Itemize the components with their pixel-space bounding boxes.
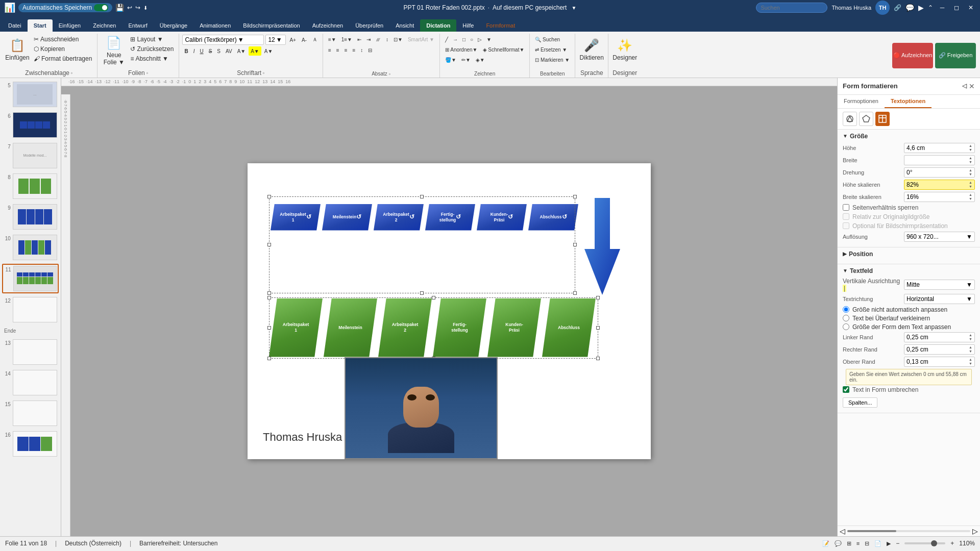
- prop-hoehe-skalieren-input[interactable]: 82% ▲ ▼: [904, 180, 975, 190]
- step-up-icon[interactable]: ▲: [969, 345, 972, 349]
- tab-dictation[interactable]: Dictation: [420, 19, 456, 32]
- handle-mr2[interactable]: [596, 326, 600, 330]
- prop-breite-input[interactable]: ▲ ▼: [904, 155, 975, 165]
- comments-icon[interactable]: 💬: [905, 4, 914, 12]
- strikethrough-btn[interactable]: S: [207, 46, 214, 56]
- handle-br[interactable]: [573, 291, 577, 295]
- prop-textrichtung-dropdown[interactable]: Horizontal ▼: [904, 294, 975, 304]
- list-num-btn[interactable]: 1≡▼: [339, 35, 354, 44]
- autosave-badge[interactable]: Automatisches Speichern: [18, 3, 112, 12]
- shape-kunden-green[interactable]: Kunden-Präsi: [487, 298, 541, 357]
- step-down-icon[interactable]: ▼: [969, 160, 972, 164]
- shape-kunden-blue[interactable]: Kunden-Präsi↺: [477, 204, 527, 231]
- btn-ausschneiden[interactable]: ✂ Ausschneiden: [32, 35, 94, 44]
- tab-bildschirm[interactable]: Bildschirmpräsentation: [237, 19, 306, 32]
- present-icon[interactable]: ▶: [918, 4, 924, 12]
- handle-tl[interactable]: [267, 195, 271, 198]
- prop-linker-rand-input[interactable]: 0,25 cm ▲ ▼: [904, 332, 975, 342]
- view-reading-btn[interactable]: 📄: [874, 540, 881, 547]
- zoom-out-icon[interactable]: −: [896, 540, 899, 547]
- suchen-btn[interactable]: 🔍 Suchen: [533, 35, 562, 44]
- slide-thumb-16[interactable]: 16: [2, 430, 59, 458]
- tab-hilfe[interactable]: Hilfe: [456, 19, 480, 32]
- shape-line[interactable]: ╱: [443, 35, 450, 44]
- shape-meilenstein-blue[interactable]: Meilenstein↺: [322, 204, 372, 231]
- btn-kopieren[interactable]: ⬡ Kopieren: [32, 44, 94, 54]
- panel-icon-shape[interactable]: [843, 112, 857, 126]
- shape-abschluss-blue[interactable]: Abschluss↺: [528, 204, 578, 231]
- user-avatar[interactable]: TH: [875, 1, 890, 15]
- tab-animationen[interactable]: Animationen: [193, 19, 237, 32]
- slide-thumb-8[interactable]: 8: [2, 172, 59, 201]
- radio-form-anpassen-input[interactable]: [843, 323, 849, 330]
- shape-arrow[interactable]: →: [451, 35, 460, 44]
- formeffekte-btn[interactable]: ◈▼: [474, 55, 487, 64]
- step-down-icon[interactable]: ▼: [969, 197, 972, 201]
- indent-more-btn[interactable]: ⇥: [364, 35, 373, 44]
- restore-button[interactable]: ◻: [951, 3, 962, 13]
- step-down-icon[interactable]: ▼: [969, 337, 972, 341]
- hoehe-stepper[interactable]: ▲ ▼: [969, 144, 972, 152]
- view-sort-btn[interactable]: ⊟: [865, 540, 869, 547]
- step-down-icon[interactable]: ▼: [969, 185, 972, 189]
- tab-datei[interactable]: Datei: [2, 19, 28, 32]
- notes-btn[interactable]: 📝: [822, 540, 829, 547]
- align-center-btn[interactable]: ≡: [334, 45, 341, 55]
- panel-scrollbar[interactable]: [847, 530, 970, 532]
- step-up-icon[interactable]: ▲: [969, 358, 972, 362]
- slide-thumb-14[interactable]: 14: [2, 368, 59, 397]
- panel-next-icon[interactable]: ▷: [972, 527, 978, 535]
- zoom-in-icon[interactable]: +: [950, 540, 954, 547]
- btn-aufzeichnen[interactable]: 🔴 Aufzeichnen: [892, 43, 933, 68]
- save-icon[interactable]: 💾: [115, 4, 124, 12]
- prop-breite-skalieren-input[interactable]: 16% ▲ ▼: [904, 192, 975, 202]
- handle-tc[interactable]: [420, 195, 424, 198]
- btn-designer[interactable]: ✨ Designer: [611, 35, 638, 65]
- shape-oval[interactable]: ○: [468, 35, 475, 44]
- indent-less-btn[interactable]: ⇤: [355, 35, 363, 44]
- shape-meilenstein-green[interactable]: Meilenstein: [324, 298, 377, 357]
- drehung-stepper[interactable]: ▲ ▼: [969, 168, 972, 177]
- font-name-dropdown[interactable]: Calibri (Textkörper) ▼: [182, 35, 264, 45]
- tab-uebergaenge[interactable]: Übergänge: [154, 19, 193, 32]
- text-umbrechen-checkbox[interactable]: [843, 386, 849, 393]
- zoom-thumb[interactable]: [931, 540, 937, 546]
- step-up-icon[interactable]: ▲: [969, 144, 972, 148]
- slide-thumb-10[interactable]: 10: [2, 233, 59, 262]
- convert-smartart-btn[interactable]: SmartArt ▼: [406, 35, 436, 44]
- shape-big-arrow[interactable]: [584, 198, 620, 295]
- panel-icon-pentagon[interactable]: [859, 112, 873, 126]
- view-present-btn[interactable]: ▶: [887, 540, 891, 547]
- step-down-icon[interactable]: ▼: [969, 349, 972, 354]
- handle-br2[interactable]: [596, 357, 600, 360]
- tab-textoptionen[interactable]: Textoptionen: [885, 95, 932, 108]
- tab-formformat[interactable]: Formformat: [480, 19, 521, 32]
- btn-freigeben[interactable]: 🔗 Freigeben: [935, 43, 976, 68]
- panel-scrollbar-thumb[interactable]: [847, 530, 896, 532]
- btn-einfuegen[interactable]: 📋 Einfügen: [4, 35, 31, 65]
- search-input[interactable]: [756, 3, 827, 13]
- bold-btn[interactable]: B: [182, 46, 190, 56]
- section-position-header[interactable]: ▶ Position: [843, 251, 975, 258]
- prop-aufloesung-dropdown[interactable]: 960 x 720... ▼: [904, 232, 975, 242]
- line-spacing-btn[interactable]: ↕: [358, 45, 365, 55]
- slide-thumb-12[interactable]: 12: [2, 295, 59, 324]
- slide-thumb-9[interactable]: 9: [2, 203, 59, 231]
- minimize-button[interactable]: ─: [937, 3, 947, 13]
- shape-arbeit2-blue[interactable]: Arbeitspaket2↺: [374, 204, 424, 231]
- section-textfeld-header[interactable]: ▼ Textfeld: [843, 267, 975, 274]
- shape-fertig-blue[interactable]: Fertig-stellung↺: [425, 204, 475, 231]
- btn-layout[interactable]: ⊞ Layout ▼: [128, 35, 176, 44]
- step-up-icon[interactable]: ▲: [969, 156, 972, 160]
- comments-btn[interactable]: 💬: [835, 540, 842, 547]
- undo-icon[interactable]: ↩: [127, 4, 132, 11]
- step-down-icon[interactable]: ▼: [969, 172, 972, 177]
- step-up-icon[interactable]: ▲: [969, 193, 972, 197]
- zoom-slider[interactable]: [904, 542, 945, 544]
- shape-arbeit1-green[interactable]: Arbeitspaket1: [269, 298, 323, 357]
- tab-zeichnen[interactable]: Zeichnen: [87, 19, 122, 32]
- linker-rand-stepper[interactable]: ▲ ▼: [969, 333, 972, 341]
- handle-ml[interactable]: [267, 243, 271, 246]
- kontur-btn[interactable]: ✏▼: [459, 55, 473, 64]
- slide-thumb-13[interactable]: 13: [2, 338, 59, 366]
